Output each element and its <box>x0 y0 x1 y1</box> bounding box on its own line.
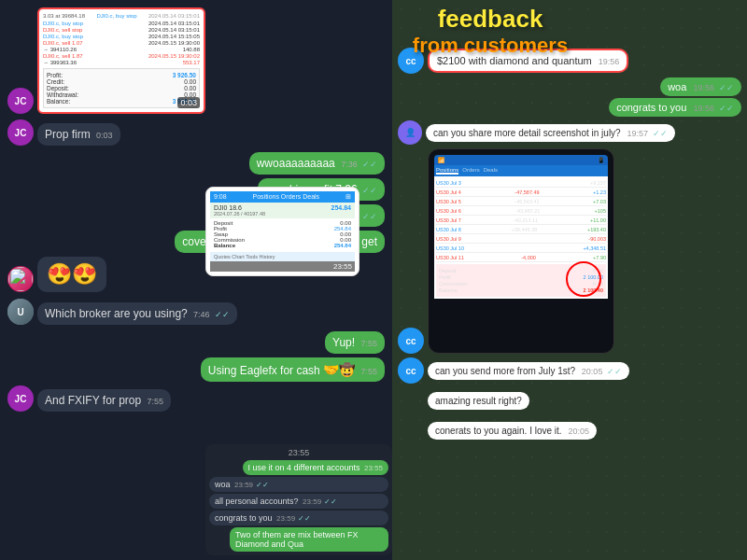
right-header-time: 19:56 <box>599 57 620 66</box>
woa-bottom-text: woa <box>215 480 231 489</box>
main-container: JC 3.03 at 39684.18 DJI0.c, buy stop 202… <box>0 0 747 560</box>
broker-question-wrap: U Which broker are you using? 7:46 ✓✓ <box>7 299 385 325</box>
phone-time-end: 23:55 <box>210 261 355 272</box>
broker-time: 7:46 <box>193 310 210 319</box>
can-send-text: can you send more from July 1st? <box>435 366 575 376</box>
avatar-jc-3: JC <box>7 385 34 412</box>
trade-list: US30 Jul 3 +9,237 US30 Jul 4 -47,587.49 … <box>434 176 608 299</box>
trade-row: DJI0.c, buy stop 2024.05.14 03:15:01 <box>43 21 200 26</box>
woa-wrap: woa 19:56 ✓✓ <box>398 77 741 96</box>
congrats-bottom-text: congrats to you <box>215 513 273 523</box>
profit-table: Profit: 3 926.50 Credit: 0.00 Deposit: 0… <box>43 68 200 108</box>
avatar-cc-3: cc <box>398 357 424 384</box>
phone-details: Deposit0.00 Profit254.84 Swap0.00 Commis… <box>210 218 355 250</box>
prop-firm-bubble: Prop firm 0:03 <box>37 123 120 146</box>
wwoaa-wrap: wwoaaaaaaaaa 7:36 ✓✓ <box>7 152 385 175</box>
yup-time: 7:55 <box>360 339 377 348</box>
withdrawal-label: Withdrawal: <box>47 91 78 98</box>
avatar-jc-emoji <box>7 266 34 292</box>
conerats-wrap: cc conerats to you again. I love it. 20:… <box>398 417 741 443</box>
woa-bottom-bubble: woa 23:59 ✓✓ <box>209 477 388 492</box>
bottom-chat-area: 23:55 I use it on 4 different accounts 2… <box>205 444 392 555</box>
fxify-text: And FXIFY for prop <box>45 394 141 407</box>
phone-top-bar: 📶📱 <box>434 155 608 165</box>
emoji-bubble: 😍😍 <box>37 257 106 292</box>
prop-firm-text: Prop firm <box>45 128 91 141</box>
right-panel: cc $2100 with diamond and quantum 19:56 … <box>392 0 747 560</box>
can-send-bubble: can you send more from July 1st? 20:05 ✓… <box>428 362 629 380</box>
share-text: can you share more detail screenshot in … <box>433 128 621 138</box>
phone-ss-header: 9:08 Positions Orders Deals ⊞ <box>210 191 355 203</box>
wwoaa-text: wwoaaaaaaaaa <box>257 157 335 170</box>
red-circle <box>566 261 601 297</box>
trade-row: DJI0.c, sell 1.87 2024.05.15 19:30:02 <box>43 53 200 59</box>
credit-label: Credit: <box>47 78 64 85</box>
amazing-text: amazing result right? <box>435 396 522 406</box>
all-personal-text: all personal accounts? <box>215 497 299 506</box>
congrats-right-text: congrats to you <box>616 102 686 113</box>
profit-value: 3 926.50 <box>173 72 196 78</box>
trade-row: → 394110.26 140.88 <box>43 47 200 52</box>
woa-bubble: woa 19:56 ✓✓ <box>660 77 741 96</box>
right-phone-area: cc 📶📱 Positions Orders Deals US30 Jul 3 … <box>398 148 741 354</box>
congrats-right-bubble: congrats to you 19:56 ✓✓ <box>609 98 741 117</box>
profit-label: Profit: <box>47 72 63 78</box>
phone-tabs: Quotes Chart Tools History <box>210 252 355 261</box>
two-of-them-bubble: Two of them are mix between FX Diamond a… <box>230 527 388 552</box>
use-it-wrap: I use it on 4 different accounts 23:55 <box>209 460 388 475</box>
broker-bubble: Which broker are you using? 7:46 ✓✓ <box>37 302 237 325</box>
phone-balance: DJI0 18.6 254.84 2024.07.26 / 40197.48 <box>210 203 355 218</box>
trade-row: DJI0.c, sell stop 2024.05.14 03:15:01 <box>43 27 200 33</box>
amazing-bubble: amazing result right? <box>428 392 529 410</box>
woa-bottom-wrap: woa 23:59 ✓✓ all personal accounts? 23:5… <box>209 477 388 525</box>
trade-screenshot: 3.03 at 39684.18 DJI0.c, buy stop 2024.0… <box>37 7 205 114</box>
yup-text: Yup! <box>332 336 355 349</box>
avatar-share: 👤 <box>398 120 422 145</box>
eagle-wrap: Using Eaglefx for cash 🤝🤠 7:55 <box>7 357 385 382</box>
prop-firm-message: JC Prop firm 0:03 <box>7 119 385 146</box>
can-send-wrap: cc can you send more from July 1st? 20:0… <box>398 357 741 384</box>
share-bubble: can you share more detail screenshot in … <box>426 124 675 142</box>
balance-label: Balance: <box>47 98 70 105</box>
congrats-right-wrap: congrats to you 19:56 ✓✓ <box>398 98 741 117</box>
use-it-text: I use it on 4 different accounts <box>248 463 360 472</box>
phone-tabs-bar: Positions Orders Deals <box>434 165 608 176</box>
right-header-bubble: $2100 with diamond and quantum 19:56 <box>428 49 628 73</box>
credit-value: 0.00 <box>184 78 196 85</box>
avatar-jc: JC <box>7 88 34 114</box>
broker-text: Which broker are you using? <box>45 307 188 320</box>
trade-row: DJI0.c, sell 1.07 2024.05.15 19:30:00 <box>43 40 200 46</box>
phone-ss: 9:08 Positions Orders Deals ⊞ DJI0 18.6 … <box>205 187 359 276</box>
deposit-label: Deposit: <box>47 85 69 91</box>
congrats-bottom-bubble: congrats to you 23:59 ✓✓ <box>209 511 388 525</box>
avatar-cc-2: cc <box>398 328 424 354</box>
balance-display: 254.84 <box>331 204 351 211</box>
conerats-text: conerats to you again. I love it. <box>435 426 562 436</box>
right-phone-screenshot: 📶📱 Positions Orders Deals US30 Jul 3 +9,… <box>428 148 614 354</box>
yup-wrap: Yup! 7:55 <box>7 331 385 354</box>
fxify-bubble: And FXIFY for prop 7:55 <box>37 389 171 412</box>
deposit-value: 0.00 <box>184 85 196 91</box>
all-personal-bubble: all personal accounts? 23:59 ✓✓ <box>209 494 388 509</box>
wwoaa-bubble: wwoaaaaaaaaa 7:36 ✓✓ <box>249 152 385 175</box>
two-of-them-text: Two of them are mix between FX Diamond a… <box>235 530 359 549</box>
right-header-text: $2100 with diamond and quantum <box>437 55 592 66</box>
conerats-bubble: conerats to you again. I love it. 20:05 <box>428 422 597 440</box>
yup-bubble: Yup! 7:55 <box>325 331 385 354</box>
avatar-user: U <box>7 299 34 325</box>
trade-row: → 399363.36 553.17 <box>43 60 200 65</box>
right-messages: woa 19:56 ✓✓ congrats to you 19:56 ✓✓ <box>398 77 741 117</box>
trade-row: DJI0.c, buy stop 2024.05.14 15:15:05 <box>43 34 200 39</box>
jc-fxify-wrap: JC And FXIFY for prop 7:55 <box>7 385 385 412</box>
bottom-system-msg: 23:55 <box>209 448 388 457</box>
right-header-wrap: cc $2100 with diamond and quantum 19:56 <box>398 48 741 74</box>
avatar-jc-2: JC <box>7 119 34 146</box>
two-of-them-wrap: Two of them are mix between FX Diamond a… <box>209 527 388 552</box>
fxify-time: 7:55 <box>148 397 164 406</box>
video-time: 0:03 <box>177 97 200 108</box>
share-detail-wrap: 👤 can you share more detail screenshot i… <box>398 120 741 145</box>
screenshot-header: 3.03 at 39684.18 DJI0.c, buy stop 2024.0… <box>43 13 200 19</box>
screenshot-message: JC 3.03 at 39684.18 DJI0.c, buy stop 202… <box>7 7 385 114</box>
wwoaa-time: 7:36 <box>341 160 358 169</box>
prop-firm-time: 0:03 <box>96 131 113 140</box>
